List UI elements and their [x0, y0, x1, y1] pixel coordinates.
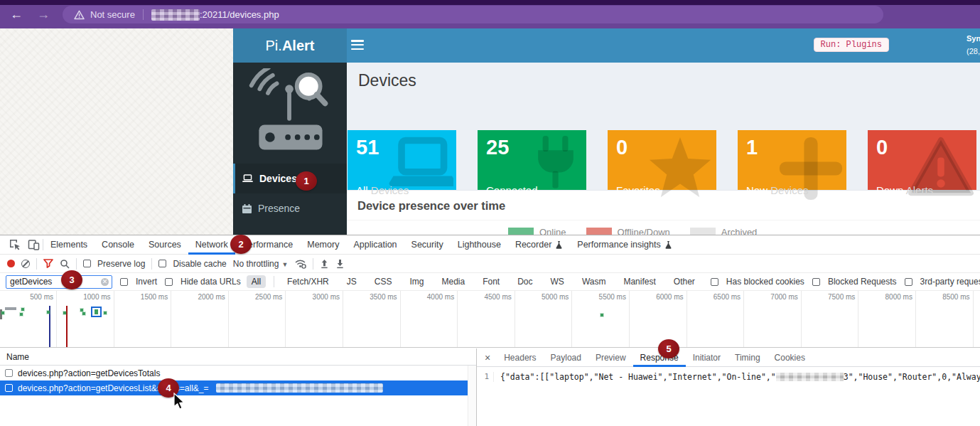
device-toolbar-icon[interactable] — [24, 238, 43, 252]
response-line: 1 {"data":[["laptop","Net - Huawei","Int… — [477, 372, 980, 382]
tab-sources[interactable]: Sources — [141, 235, 188, 255]
details-tab-initiator[interactable]: Initiator — [686, 348, 728, 367]
filter-type-media[interactable]: Media — [436, 275, 470, 288]
filter-type-other[interactable]: Other — [669, 275, 700, 288]
request-checkbox[interactable] — [5, 384, 13, 392]
filter-type-doc[interactable]: Doc — [512, 275, 537, 288]
response-content[interactable]: {"data":[["laptop","Net - Huawei","Inter… — [500, 372, 980, 382]
filter-type-js[interactable]: JS — [342, 275, 362, 288]
throttling-select[interactable]: No throttling▼ — [233, 259, 289, 269]
card-new-devices[interactable]: 1 New Devices — [738, 130, 846, 205]
card-all-devices[interactable]: 51 All Devices — [348, 130, 456, 205]
back-button[interactable]: ← — [10, 6, 23, 22]
third-party-requests-label[interactable]: 3rd-party requests — [920, 277, 980, 287]
third-party-requests-checkbox[interactable] — [905, 278, 912, 286]
name-column-header[interactable]: Name — [0, 348, 476, 366]
filter-icon[interactable] — [43, 259, 53, 268]
filter-input[interactable] — [6, 275, 112, 289]
filter-type-css[interactable]: CSS — [370, 275, 397, 288]
tab-performance-insights[interactable]: Performance insights — [570, 235, 679, 255]
preserve-log-checkbox[interactable] — [83, 260, 91, 267]
sidebar-item-devices[interactable]: Devices — [233, 164, 347, 193]
has-blocked-cookies-checkbox[interactable] — [711, 278, 718, 286]
legend-item[interactable]: Online — [508, 227, 566, 235]
sidebar-toggle-icon[interactable] — [351, 40, 364, 50]
run-plugins-button[interactable]: Run: Plugins — [814, 38, 889, 52]
url-text: :20211/devices.php — [200, 9, 279, 20]
app-logo[interactable]: Pi.Alert — [233, 28, 347, 63]
details-tab-preview[interactable]: Preview — [588, 348, 633, 367]
invert-label[interactable]: Invert — [136, 277, 157, 287]
disable-cache-checkbox[interactable] — [158, 260, 166, 267]
redacted-host-blur — [151, 9, 200, 21]
network-conditions-icon[interactable] — [294, 258, 306, 269]
network-overview-timeline[interactable]: 500 ms1000 ms1500 ms2000 ms2500 ms3000 m… — [0, 291, 980, 348]
request-row-devices-list[interactable]: devices.php?action=getDevicesList&status… — [0, 380, 476, 395]
address-bar[interactable]: Not secure :20211/devices.php — [63, 6, 883, 23]
filter-type-font[interactable]: Font — [478, 275, 505, 288]
hide-data-urls-checkbox[interactable] — [165, 278, 173, 286]
annotation-5: 5 — [658, 339, 679, 358]
legend-item[interactable]: Archived — [690, 227, 758, 235]
sidebar: Devices Presence — [233, 63, 347, 235]
clear-filter-icon[interactable]: ✕ — [101, 278, 109, 286]
card-favorites[interactable]: 0 Favorites — [608, 130, 716, 205]
tab-application[interactable]: Application — [346, 235, 404, 255]
scrollbar[interactable] — [468, 366, 476, 426]
import-har-icon[interactable] — [320, 259, 329, 269]
divider — [151, 258, 152, 270]
timeline-tick-label: 6500 ms — [687, 291, 745, 347]
filter-type-ws[interactable]: WS — [546, 275, 569, 288]
invert-checkbox[interactable] — [120, 278, 128, 286]
request-dot — [20, 313, 23, 316]
details-tab-timing[interactable]: Timing — [728, 348, 768, 367]
card-down-alerts[interactable]: 0 Down Alerts — [868, 130, 976, 205]
disable-cache-label[interactable]: Disable cache — [173, 259, 226, 269]
sidebar-item-presence[interactable]: Presence — [233, 193, 347, 223]
tab-recorder[interactable]: Recorder — [508, 235, 570, 255]
filter-type-manifest[interactable]: Manifest — [618, 275, 660, 288]
close-icon[interactable]: × — [478, 352, 497, 363]
details-tab-payload[interactable]: Payload — [544, 348, 588, 367]
inspect-element-icon[interactable] — [6, 238, 24, 252]
chart-legend: Online Offline/Down Archived — [508, 227, 980, 235]
tab-lighthouse[interactable]: Lighthouse — [451, 235, 508, 255]
tab-security[interactable]: Security — [404, 235, 451, 255]
clear-icon[interactable] — [21, 260, 30, 268]
request-dot — [1, 311, 4, 314]
details-tab-cookies[interactable]: Cookies — [768, 348, 812, 367]
legend-item[interactable]: Offline/Down — [586, 227, 670, 235]
filter-type-img[interactable]: Img — [404, 275, 429, 288]
timeline-tick-label: 4500 ms — [458, 291, 515, 347]
request-row-totals[interactable]: devices.php?action=getDevicesTotals — [0, 366, 476, 380]
hide-data-urls-label[interactable]: Hide data URLs — [181, 277, 241, 287]
card-connected[interactable]: 25 Connected — [478, 130, 586, 205]
request-dot — [63, 311, 66, 314]
filter-type-all[interactable]: All — [247, 275, 266, 288]
has-blocked-cookies-label[interactable]: Has blocked cookies — [726, 277, 804, 287]
flask-icon — [555, 240, 563, 249]
browser-toolbar: ← → C Not secure :20211/devices.php — [0, 0, 980, 28]
request-dot — [82, 312, 85, 315]
blocked-requests-label[interactable]: Blocked Requests — [828, 277, 897, 287]
card-label: New Devices — [746, 184, 809, 196]
tab-memory[interactable]: Memory — [300, 235, 346, 255]
preserve-log-label[interactable]: Preserve log — [97, 259, 145, 269]
tab-elements[interactable]: Elements — [43, 235, 95, 255]
request-dot — [104, 311, 107, 314]
search-icon[interactable] — [60, 259, 70, 269]
tab-console[interactable]: Console — [95, 235, 141, 255]
legend-swatch — [690, 228, 716, 235]
filter-type-fetch-xhr[interactable]: Fetch/XHR — [282, 275, 334, 288]
filter-type-wasm[interactable]: Wasm — [577, 275, 611, 288]
details-tab-headers[interactable]: Headers — [497, 348, 543, 367]
page-title: Devices — [358, 71, 980, 90]
forward-button[interactable]: → — [37, 6, 50, 22]
line-number: 1 — [477, 372, 494, 382]
record-icon[interactable] — [7, 260, 15, 267]
blocked-requests-checkbox[interactable] — [812, 278, 820, 286]
tab-network[interactable]: Network — [188, 235, 235, 255]
export-har-icon[interactable] — [335, 259, 345, 269]
request-checkbox[interactable] — [5, 369, 13, 377]
brand-prefix: Pi. — [266, 38, 282, 54]
